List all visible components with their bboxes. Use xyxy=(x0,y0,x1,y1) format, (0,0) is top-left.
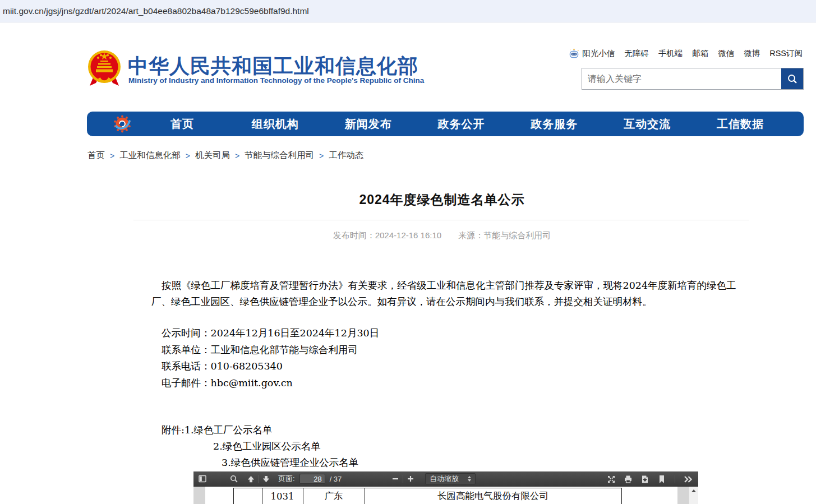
contact-info: 公示时间：2024年12月16日至2024年12月30日 联系单位：工业和信息化… xyxy=(162,325,379,391)
zoom-mode-select[interactable]: 自动缩放 xyxy=(425,473,476,484)
quick-link-label: 手机端 xyxy=(658,48,683,59)
scroll-up-arrow-icon[interactable] xyxy=(691,489,696,492)
attachment-green-factory: 附件:1.绿色工厂公示名单 xyxy=(162,422,358,438)
pdf-page: 1031 广东 长园高能电气股份有限公司 xyxy=(205,487,677,504)
quick-link-label: RSS订阅 xyxy=(769,48,803,59)
breadcrumb-miit[interactable]: 工业和信息化部 xyxy=(119,150,181,161)
article-paragraph: 按照《绿色工厂梯度培育及管理暂行办法》有关要求，经省级工业和信息化主管部门推荐及… xyxy=(151,278,745,310)
table-border xyxy=(233,488,234,504)
search-button[interactable] xyxy=(781,68,803,89)
nav-item-gov-affairs[interactable]: 政务公开 xyxy=(415,117,508,132)
nav-item-organization[interactable]: 组织机构 xyxy=(229,117,322,132)
quick-link-mobile[interactable]: 手机端 xyxy=(658,48,683,59)
toolbar-separator xyxy=(675,475,675,483)
zoom-out-icon xyxy=(391,475,399,483)
download-icon xyxy=(640,475,649,484)
breadcrumb-separator: > xyxy=(110,151,114,160)
print-button[interactable] xyxy=(623,473,634,485)
toolbar-separator xyxy=(258,475,259,483)
pdf-toolbar: 页面: / 37 自动缩放 xyxy=(193,471,698,487)
public-notice-period: 公示时间：2024年12月16日至2024年12月30日 xyxy=(162,325,379,342)
pdf-viewer: 页面: / 37 自动缩放 xyxy=(193,471,698,504)
table-cell-province: 广东 xyxy=(303,488,365,504)
title-divider xyxy=(133,220,749,220)
quick-link-accessibility[interactable]: 无障碍 xyxy=(624,48,649,59)
presentation-mode-button[interactable] xyxy=(606,473,617,485)
national-emblem-logo xyxy=(87,48,122,91)
header-quick-links: 阳光小信 无障碍 手机端 邮箱 微信 微博 RSS订阅 xyxy=(569,48,803,59)
publish-time: 发布时间：2024-12-16 16:10 xyxy=(333,230,441,240)
page-down-icon xyxy=(262,475,270,483)
breadcrumb-departments[interactable]: 机关司局 xyxy=(195,150,230,161)
select-spinner-icon xyxy=(468,476,471,482)
contact-unit: 联系单位：工业和信息化部节能与综合利用司 xyxy=(162,342,379,359)
contact-phone: 联系电话：010-68205340 xyxy=(162,358,379,375)
pdf-scrollbar[interactable] xyxy=(689,487,698,504)
quick-link-label: 无障碍 xyxy=(624,48,649,59)
fullscreen-icon xyxy=(607,475,616,484)
breadcrumb-separator: > xyxy=(235,151,239,160)
article-source: 来源：节能与综合利用司 xyxy=(458,230,551,240)
toolbar-separator xyxy=(403,475,403,483)
robot-assistant-icon xyxy=(569,48,579,59)
zoom-in-button[interactable] xyxy=(405,473,416,485)
nav-item-interaction[interactable]: 互动交流 xyxy=(601,117,694,132)
pdf-content-area: 1031 广东 长园高能电气股份有限公司 xyxy=(193,487,698,504)
zoom-in-icon xyxy=(407,475,414,483)
quick-link-weibo[interactable]: 微博 xyxy=(744,48,760,59)
quick-link-label: 阳光小信 xyxy=(582,48,615,59)
pdf-toolbar-right xyxy=(606,471,694,487)
nav-item-home[interactable]: 首页 xyxy=(136,117,229,132)
attachments-list: 附件:1.绿色工厂公示名单 2.绿色工业园区公示名单 3.绿色供应链管理企业公示… xyxy=(162,422,358,471)
pdf-find-button[interactable] xyxy=(228,473,239,485)
national-emblem-icon xyxy=(87,48,122,89)
nav-item-data[interactable]: 工信数据 xyxy=(694,117,787,132)
next-page-button[interactable] xyxy=(260,473,271,485)
breadcrumb-work-updates[interactable]: 工作动态 xyxy=(329,150,363,161)
zoom-mode-label: 自动缩放 xyxy=(430,474,459,484)
miit-gear-logo-icon xyxy=(112,113,132,135)
browser-url-bar[interactable]: miit.gov.cn/jgsj/jns/gzdt/art/2024/art_b… xyxy=(0,0,816,22)
bookmark-icon xyxy=(658,475,666,484)
quick-link-wechat[interactable]: 微信 xyxy=(718,48,734,59)
zoom-out-button[interactable] xyxy=(390,473,401,485)
main-nav: 首页 组织机构 新闻发布 政务公开 政务服务 互动交流 工信数据 xyxy=(87,112,804,136)
page-number-input[interactable] xyxy=(299,474,325,484)
page-total: / 37 xyxy=(330,475,342,483)
more-tools-button[interactable] xyxy=(683,473,694,485)
contact-email: 电子邮件：hbc@miit.gov.cn xyxy=(162,375,379,392)
site-search xyxy=(582,68,804,90)
nav-item-gov-services[interactable]: 政务服务 xyxy=(508,117,601,132)
table-cell-company: 长园高能电气股份有限公司 xyxy=(365,488,621,504)
quick-link-label: 微信 xyxy=(718,48,734,59)
nav-items: 首页 组织机构 新闻发布 政务公开 政务服务 互动交流 工信数据 xyxy=(136,117,787,132)
quick-link-label: 微博 xyxy=(744,48,760,59)
page-label: 页面: xyxy=(278,474,295,484)
page-url[interactable]: miit.gov.cn/jgsj/jns/gzdt/art/2024/art_b… xyxy=(3,6,309,16)
nav-item-news[interactable]: 新闻发布 xyxy=(322,117,415,132)
quick-link-sunshine-assistant[interactable]: 阳光小信 xyxy=(569,48,615,59)
breadcrumb: 首页 > 工业和信息化部 > 机关司局 > 节能与综合利用司 > 工作动态 xyxy=(87,150,363,161)
double-chevron-right-icon xyxy=(683,475,693,483)
site-subtitle: Ministry of Industry and Information Tec… xyxy=(128,76,424,85)
previous-page-button[interactable] xyxy=(245,473,256,485)
breadcrumb-separator: > xyxy=(186,151,190,160)
search-input[interactable] xyxy=(582,68,781,89)
page-up-icon xyxy=(247,475,255,483)
quick-link-mailbox[interactable]: 邮箱 xyxy=(692,48,708,59)
pdf-search-icon xyxy=(230,475,238,483)
printer-icon xyxy=(624,475,633,484)
sidebar-toggle-icon xyxy=(198,474,207,483)
attachment-green-supply-chain: 3.绿色供应链管理企业公示名单 xyxy=(162,455,358,471)
quick-link-label: 邮箱 xyxy=(692,48,708,59)
article-meta: 发布时间：2024-12-16 16:10 来源：节能与综合利用司 xyxy=(133,230,750,241)
quick-link-rss[interactable]: RSS订阅 xyxy=(769,48,803,59)
download-button[interactable] xyxy=(639,473,651,485)
sidebar-toggle-button[interactable] xyxy=(197,473,208,485)
search-icon xyxy=(787,73,798,85)
breadcrumb-home[interactable]: 首页 xyxy=(87,150,105,161)
bookmark-button[interactable] xyxy=(656,473,667,485)
breadcrumb-energy-dept[interactable]: 节能与综合利用司 xyxy=(245,150,314,161)
table-cell-number: 1031 xyxy=(262,488,303,504)
article-title: 2024年度绿色制造名单公示 xyxy=(133,191,750,209)
